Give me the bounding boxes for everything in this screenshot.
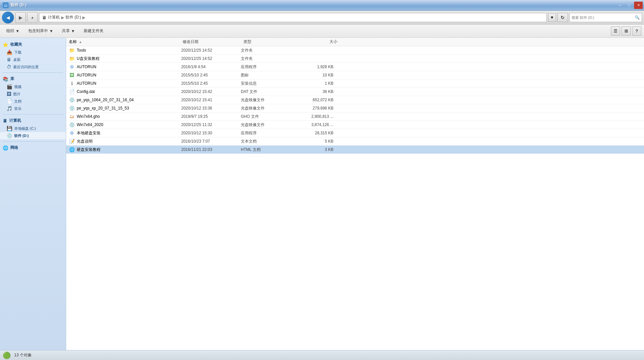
file-size-cell: 3,874,126 ... [294, 122, 340, 127]
sidebar-item-downloads[interactable]: 📥 下载 [0, 49, 66, 56]
file-type-cell: 文件夹 [241, 56, 294, 62]
close-button[interactable]: ✕ [634, 2, 643, 9]
col-type-label: 类型 [243, 39, 251, 44]
sidebar-item-docs[interactable]: 📄 文档 [0, 98, 66, 105]
sidebar-item-videos[interactable]: 🎬 视频 [0, 83, 66, 90]
table-row[interactable]: 📝 光盘说明 2016/10/23 7:07 文本文档 5 KB [66, 137, 644, 146]
file-date-cell: 2020/10/12 15:36 [181, 106, 241, 111]
view-options-button[interactable]: ☰ [611, 26, 620, 36]
col-header-size[interactable]: 大小 [298, 39, 344, 45]
sidebar-header-computer[interactable]: 🖥 计算机 [0, 116, 66, 125]
file-name: AUTORUN [77, 81, 96, 86]
new-folder-button[interactable]: 新建文件夹 [80, 26, 107, 36]
organize-label: 组织 [6, 28, 14, 34]
file-date-cell: 2019/9/7 19:25 [181, 114, 241, 119]
downloads-icon: 📥 [7, 50, 12, 55]
toolbar: 组织 ▼ 包含到库中 ▼ 共享 ▼ 新建文件夹 ☰ ⊞ ? [0, 24, 644, 38]
path-drive[interactable]: 软件 (D:) [65, 15, 81, 20]
sidebar-item-drive-d[interactable]: 💿 软件 (D:) [0, 132, 66, 139]
file-icon: 💿 [69, 97, 75, 103]
images-icon: 🖼 [7, 91, 11, 97]
drive-d-label: 软件 (D:) [14, 133, 29, 138]
table-row[interactable]: ℹ AUTORUN 2015/5/10 2:45 安装信息 1 KB [66, 79, 644, 88]
address-bar: ◀ ▶ ▲ 🖥 计算机 ▶ 软件 (D:) ▶ ▼ ↻ 🔍 [0, 11, 644, 24]
music-icon: 🎵 [7, 106, 12, 111]
address-dropdown[interactable]: ▼ [548, 13, 556, 22]
file-size-cell: 2,900,813 ... [294, 114, 340, 119]
sidebar-item-images[interactable]: 🖼 图片 [0, 90, 66, 98]
table-row[interactable]: 📄 Config.dat 2020/10/12 15:42 DAT 文件 36 … [66, 88, 644, 96]
sidebar-header-favorites[interactable]: ⭐ 收藏夹 [0, 40, 66, 49]
share-label: 共享 [62, 28, 70, 34]
file-name: AUTORUN [77, 65, 96, 69]
file-date-cell: 2020/12/25 11:32 [181, 122, 241, 127]
sidebar-item-drive-c[interactable]: 💾 本地磁盘 (C:) [0, 125, 66, 132]
desktop-label: 桌面 [13, 57, 21, 62]
sidebar-item-recent[interactable]: ⏱ 最近访问的位置 [0, 63, 66, 70]
table-row[interactable]: 🗂 Win7x64.gho 2019/9/7 19:25 GHO 文件 2,90… [66, 112, 644, 121]
help-button[interactable]: ? [632, 26, 641, 36]
table-row[interactable]: 💿 pe_yqs_1064_20_07_31_16_04 2020/10/12 … [66, 96, 644, 104]
library-icon: 📚 [3, 76, 8, 82]
drive-c-label: 本地磁盘 (C:) [14, 126, 36, 131]
file-name-cell: ⚙ AUTORUN [69, 64, 181, 70]
table-row[interactable]: 📁 U盘安装教程 2020/12/25 14:52 文件夹 [66, 55, 644, 63]
up-button[interactable]: ▲ [27, 12, 38, 23]
file-name-cell: ℹ AUTORUN [69, 80, 181, 86]
table-row[interactable]: 💿 Win7x64_2020 2020/12/25 11:32 光盘映像文件 3… [66, 121, 644, 129]
col-header-name[interactable]: 名称 ▲ [69, 39, 181, 45]
view-large-button[interactable]: ⊞ [622, 26, 631, 36]
recent-icon: ⏱ [7, 64, 11, 69]
file-icon: 🖼 [69, 72, 75, 78]
file-name-cell: 🗂 Win7x64.gho [69, 113, 181, 119]
videos-label: 视频 [14, 84, 21, 89]
file-name-cell: ⚙ 本地硬盘安装 [69, 130, 181, 136]
file-icon: ℹ [69, 80, 75, 86]
sidebar-header-network[interactable]: 🌐 网络 [0, 144, 66, 152]
file-name-cell: 💿 pe_yqs_1064_20_07_31_16_04 [69, 97, 181, 103]
share-button[interactable]: 共享 ▼ [58, 26, 79, 36]
table-row[interactable]: 🖼 AUTORUN 2015/5/10 2:45 图标 10 KB [66, 71, 644, 79]
images-label: 图片 [13, 92, 21, 97]
col-size-label: 大小 [329, 39, 337, 44]
sidebar-section-computer: 🖥 计算机 💾 本地磁盘 (C:) 💿 软件 (D:) [0, 116, 66, 139]
refresh-button[interactable]: ↻ [557, 13, 568, 22]
sidebar-item-music[interactable]: 🎵 音乐 [0, 105, 66, 112]
file-date-cell: 2020/10/12 15:41 [181, 98, 241, 102]
table-row[interactable]: ⚙ 本地硬盘安装 2020/10/12 15:30 应用程序 28,315 KB [66, 129, 644, 137]
back-button[interactable]: ◀ [2, 12, 14, 23]
file-type-cell: 光盘映像文件 [241, 122, 294, 128]
file-size-cell: 652,072 KB [294, 98, 340, 102]
table-row[interactable]: 📁 Tools 2020/12/25 14:52 文件夹 [66, 46, 644, 55]
window-icon: 🗂 [3, 2, 9, 8]
search-icon: 🔍 [635, 15, 640, 20]
maximize-button[interactable]: □ [625, 2, 633, 9]
forward-button[interactable]: ▶ [15, 12, 26, 23]
col-header-type[interactable]: 类型 [243, 39, 296, 45]
file-icon: ⚙ [69, 64, 75, 70]
address-path[interactable]: 🖥 计算机 ▶ 软件 (D:) ▶ [39, 13, 547, 22]
include-library-button[interactable]: 包含到库中 ▼ [24, 26, 57, 36]
table-row[interactable]: ⚙ AUTORUN 2016/1/8 4:54 应用程序 1,926 KB [66, 63, 644, 71]
share-dropdown-icon: ▼ [71, 29, 75, 33]
file-icon: 📁 [69, 47, 75, 53]
sidebar-header-library[interactable]: 📚 库 [0, 75, 66, 83]
file-name: Win7x64_2020 [77, 122, 103, 127]
path-sep-2: ▶ [82, 15, 85, 20]
network-icon: 🌐 [3, 145, 8, 151]
table-row[interactable]: 🌐 硬盘安装教程 2016/11/21 22:03 HTML 文档 3 KB [66, 146, 644, 154]
sidebar-section-library: 📚 库 🎬 视频 🖼 图片 📄 文档 🎵 音乐 [0, 75, 66, 112]
organize-button[interactable]: 组织 ▼ [3, 26, 23, 36]
minimize-button[interactable]: ─ [616, 2, 624, 9]
path-computer[interactable]: 计算机 [48, 15, 60, 20]
file-list: 📁 Tools 2020/12/25 14:52 文件夹 📁 U盘安装教程 20… [66, 46, 644, 348]
col-header-date[interactable]: 修改日期 [183, 39, 242, 45]
sidebar-item-desktop[interactable]: 🖥 桌面 [0, 56, 66, 63]
drive-c-icon: 💾 [7, 126, 12, 131]
file-icon: 💿 [69, 122, 75, 128]
docs-icon: 📄 [7, 99, 12, 104]
sidebar-divider-1 [3, 72, 63, 73]
file-date-cell: 2020/12/25 14:52 [181, 48, 241, 53]
search-input[interactable] [572, 16, 633, 20]
table-row[interactable]: 💿 pe_yqs_xp_20_07_31_15_53 2020/10/12 15… [66, 104, 644, 112]
